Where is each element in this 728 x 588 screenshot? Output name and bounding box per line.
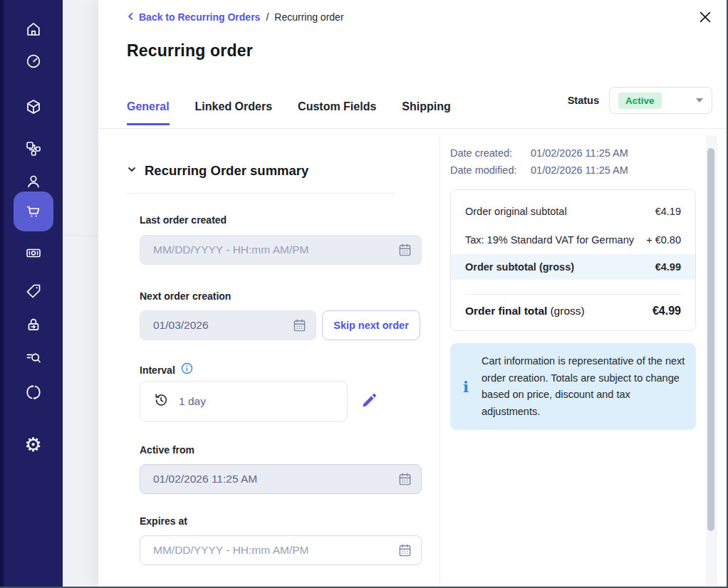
sidebar-item-settings[interactable]: ⚙ <box>19 431 48 459</box>
payments-money-icon <box>25 244 42 261</box>
date-modified-label: Date modified: <box>450 162 531 179</box>
chevron-left-icon <box>127 11 135 23</box>
last-order-created-input <box>140 235 422 265</box>
sidebar-item-dashboard[interactable] <box>19 47 48 75</box>
calendar-icon <box>397 471 413 488</box>
interval-label: Interval <box>140 364 175 376</box>
calendar-icon <box>397 242 413 258</box>
summary-section-title: Recurring Order summary <box>145 163 308 179</box>
section-divider <box>127 193 395 194</box>
status-group: Status Active <box>568 87 712 114</box>
pencil-icon <box>361 392 378 411</box>
orders-cart-icon <box>25 203 42 220</box>
order-totals-card: Order original subtotal €4.19 Tax: 19% S… <box>450 189 696 331</box>
column-divider <box>440 135 440 588</box>
back-link-label: Back to Recurring Orders <box>139 11 260 23</box>
chevron-down-icon <box>127 164 137 177</box>
active-from-label: Active from <box>140 444 194 456</box>
tab-linked-orders[interactable]: Linked Orders <box>195 100 272 125</box>
last-order-created-label: Last order created <box>140 214 227 226</box>
last-order-created-field <box>140 235 422 265</box>
final-total-label-suffix: (gross) <box>550 305 584 317</box>
breadcrumb-separator: / <box>266 11 269 23</box>
sidebar-item-orders[interactable] <box>14 191 53 231</box>
sidebar-item-categories[interactable] <box>19 135 48 163</box>
date-modified-row: Date modified: 01/02/2026 11:25 AM <box>450 162 628 179</box>
tab-general[interactable]: General <box>127 100 170 125</box>
chevron-down-icon <box>696 98 703 103</box>
calendar-icon[interactable] <box>291 317 308 334</box>
breadcrumb: Back to Recurring Orders / Recurring ord… <box>127 11 344 23</box>
sidebar-item-products[interactable] <box>19 93 48 121</box>
categories-flow-icon <box>25 140 42 157</box>
home-icon <box>25 21 42 38</box>
sidebar-item-home[interactable] <box>19 15 48 43</box>
status-dropdown[interactable]: Active <box>609 87 712 114</box>
page-title: Recurring order <box>127 41 253 61</box>
final-total-label: Order final total <box>465 305 547 317</box>
customers-person-icon <box>25 173 42 190</box>
access-lock-icon <box>25 316 42 333</box>
status-badge: Active <box>618 93 662 109</box>
interval-value: 1 day <box>179 395 206 408</box>
row-value: €4.99 <box>655 261 681 273</box>
dashboard-icon <box>25 53 42 70</box>
breadcrumb-current: Recurring order <box>274 11 343 23</box>
card-divider <box>465 294 681 295</box>
info-icon: i <box>463 378 469 396</box>
edit-interval-button[interactable] <box>359 392 379 411</box>
active-from-field <box>140 464 422 494</box>
close-button[interactable] <box>695 8 715 28</box>
app-window: ⚙ Back to Recurring Orders / Recurring o… <box>0 0 728 588</box>
audit-search-icon <box>25 350 42 367</box>
subtotal-highlight-row: Order subtotal (gross) €4.99 <box>451 254 695 280</box>
final-total-value: €4.99 <box>652 305 681 317</box>
products-cube-icon <box>25 98 42 115</box>
sidebar-item-audit[interactable] <box>19 344 48 372</box>
recurring-sync-icon <box>25 384 42 401</box>
promotions-tag-icon <box>25 283 42 300</box>
interval-label-row: Interval <box>140 362 193 377</box>
row-label: Order original subtotal <box>465 203 567 220</box>
tab-shipping[interactable]: Shipping <box>402 100 450 125</box>
settings-gear-icon: ⚙ <box>24 436 41 455</box>
sidebar-item-recurring[interactable] <box>19 378 48 406</box>
next-order-creation-label: Next order creation <box>140 290 231 302</box>
background-divider <box>63 236 98 236</box>
date-modified-value: 01/02/2026 11:25 AM <box>531 162 628 179</box>
date-created-label: Date created: <box>450 145 531 162</box>
sidebar-item-promotions[interactable] <box>19 277 48 305</box>
interval-display: 1 day <box>140 381 348 422</box>
status-label: Status <box>568 95 599 106</box>
date-created-row: Date created: 01/02/2026 11:25 AM <box>450 145 628 162</box>
row-value: + €0.80 <box>646 231 681 248</box>
cart-info-note: i Cart information is representative of … <box>450 343 696 430</box>
next-order-creation-field <box>140 310 316 340</box>
sidebar-item-payments[interactable] <box>19 238 48 267</box>
skip-next-order-button[interactable]: Skip next order <box>322 310 420 340</box>
sidebar: ⚙ <box>0 0 63 587</box>
expires-at-field <box>140 535 422 565</box>
sidebar-item-access[interactable] <box>19 310 48 339</box>
back-link[interactable]: Back to Recurring Orders <box>127 11 260 23</box>
calendar-icon[interactable] <box>397 542 413 559</box>
recurring-order-drawer: Back to Recurring Orders / Recurring ord… <box>98 0 727 587</box>
scrollbar-track[interactable] <box>706 135 717 585</box>
tab-custom-fields[interactable]: Custom Fields <box>298 100 376 125</box>
record-dates: Date created: 01/02/2026 11:25 AM Date m… <box>450 145 628 179</box>
cart-info-text: Cart information is representative of th… <box>482 353 686 420</box>
final-total-row: Order final total (gross) €4.99 <box>465 305 681 317</box>
page-background <box>63 0 98 587</box>
next-order-creation-input[interactable] <box>140 310 316 340</box>
row-label: Tax: 19% Standard VAT for Germany <box>465 231 634 248</box>
table-row: Tax: 19% Standard VAT for Germany + €0.8… <box>465 231 681 248</box>
history-icon <box>153 392 169 411</box>
row-value: €4.19 <box>655 203 681 220</box>
scrollbar-thumb[interactable] <box>707 148 714 531</box>
summary-section-toggle[interactable]: Recurring Order summary <box>127 163 308 179</box>
close-icon <box>697 9 713 27</box>
info-circle-icon[interactable] <box>181 362 193 377</box>
tabs-divider <box>98 128 727 129</box>
tab-bar: General Linked Orders Custom Fields Ship… <box>127 100 451 125</box>
expires-at-input[interactable] <box>140 535 422 565</box>
